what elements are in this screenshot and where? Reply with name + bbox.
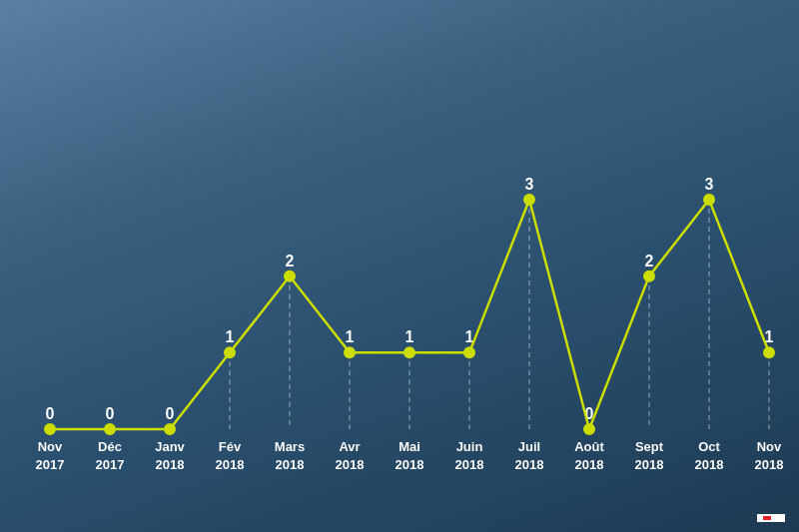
svg-text:0: 0 xyxy=(46,405,55,422)
svg-text:2018: 2018 xyxy=(396,457,424,472)
svg-point-26 xyxy=(285,271,295,281)
svg-text:2: 2 xyxy=(286,253,295,269)
svg-text:2018: 2018 xyxy=(515,457,544,472)
svg-text:Avr: Avr xyxy=(339,439,360,454)
svg-text:1: 1 xyxy=(405,328,414,345)
svg-point-23 xyxy=(105,424,115,434)
svg-text:Août: Août xyxy=(574,439,604,454)
svg-text:Nov: Nov xyxy=(38,439,63,454)
svg-point-29 xyxy=(464,347,474,357)
svg-text:2018: 2018 xyxy=(276,457,305,472)
svg-text:2: 2 xyxy=(645,253,654,269)
svg-point-27 xyxy=(345,347,355,357)
svg-text:3: 3 xyxy=(525,176,534,193)
svg-point-31 xyxy=(584,424,594,434)
svg-point-33 xyxy=(704,195,714,205)
svg-text:0: 0 xyxy=(166,405,175,422)
line-chart: 0001211130231 Nov2017Déc2017Janv2018Fév2… xyxy=(0,100,799,499)
svg-text:1: 1 xyxy=(226,328,235,345)
svg-text:Juil: Juil xyxy=(518,439,540,454)
chart-subtitle xyxy=(0,18,799,22)
svg-text:2017: 2017 xyxy=(36,457,65,472)
svg-text:Oct: Oct xyxy=(698,439,720,454)
svg-text:Fév: Fév xyxy=(219,439,242,454)
svg-text:2017: 2017 xyxy=(96,457,125,472)
svg-text:2018: 2018 xyxy=(695,457,724,472)
svg-text:2018: 2018 xyxy=(455,457,484,472)
svg-text:2018: 2018 xyxy=(156,457,185,472)
svg-point-30 xyxy=(524,195,534,205)
logo-e xyxy=(763,516,771,520)
svg-text:Sept: Sept xyxy=(635,439,664,454)
svg-point-24 xyxy=(165,424,175,434)
svg-text:Janv: Janv xyxy=(155,439,185,454)
chart-title xyxy=(0,0,799,18)
svg-text:2018: 2018 xyxy=(635,457,664,472)
svg-text:0: 0 xyxy=(106,405,115,422)
svg-text:2018: 2018 xyxy=(336,457,365,472)
svg-text:Mars: Mars xyxy=(275,439,305,454)
svg-text:Déc: Déc xyxy=(98,439,122,454)
svg-point-32 xyxy=(644,271,654,281)
svg-text:Mai: Mai xyxy=(399,439,420,454)
svg-text:3: 3 xyxy=(705,176,714,193)
svg-text:Nov: Nov xyxy=(757,439,782,454)
svg-text:2018: 2018 xyxy=(575,457,604,472)
svg-point-28 xyxy=(404,347,414,357)
logo-moto xyxy=(771,516,779,520)
svg-text:Juin: Juin xyxy=(456,439,483,454)
svg-text:2018: 2018 xyxy=(216,457,245,472)
svg-text:2018: 2018 xyxy=(755,457,784,472)
svg-point-25 xyxy=(225,347,235,357)
svg-point-34 xyxy=(764,347,774,357)
chart-container: 0001211130231 Nov2017Déc2017Janv2018Fév2… xyxy=(0,0,799,532)
svg-text:1: 1 xyxy=(346,328,355,345)
emoto-logo xyxy=(757,514,785,522)
svg-point-22 xyxy=(45,424,55,434)
